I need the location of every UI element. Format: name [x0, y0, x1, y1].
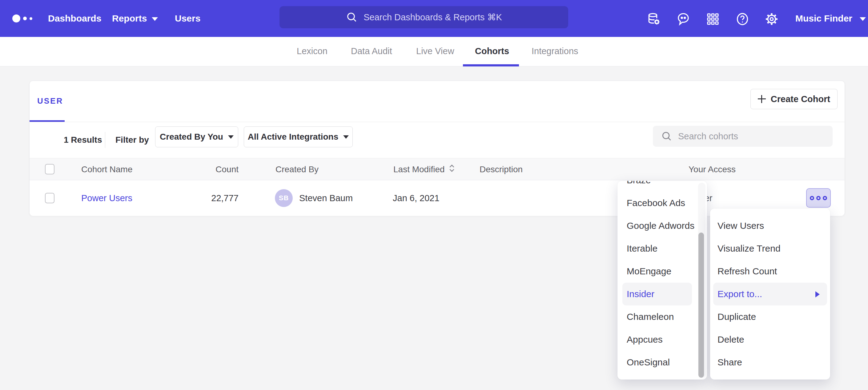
export-to-label: Export to...: [717, 289, 762, 299]
mixpanel-logo[interactable]: [12, 0, 32, 37]
filter-by-label: Filter by: [116, 135, 149, 145]
secondary-navigation: Lexicon Data Audit Live View Cohorts Int…: [0, 37, 868, 66]
tab-live-view[interactable]: Live View: [416, 37, 454, 66]
plus-icon: [758, 95, 766, 103]
divider: [30, 122, 845, 122]
created-by-filter-value: Created By You: [160, 132, 223, 142]
logo-dot-large: [12, 14, 20, 23]
last-modified-date: Jan 6, 2021: [393, 180, 439, 216]
menu-item-delete[interactable]: Delete: [710, 328, 830, 351]
chevron-down-icon: [343, 135, 349, 139]
menu-item-refresh-count[interactable]: Refresh Count: [710, 260, 830, 283]
column-last-modified-label: Last Modified: [393, 165, 445, 174]
column-last-modified[interactable]: Last Modified: [393, 158, 455, 181]
tab-data-audit[interactable]: Data Audit: [351, 37, 392, 66]
search-icon: [661, 130, 673, 142]
menu-item-share[interactable]: Share: [710, 351, 830, 374]
nav-reports[interactable]: Reports: [112, 0, 158, 37]
data-management-icon[interactable]: [646, 12, 661, 27]
apps-grid-icon[interactable]: [706, 12, 720, 27]
cohorts-panel: USER Create Cohort 1 Results Filter by C…: [29, 80, 845, 216]
nav-dashboards[interactable]: Dashboards: [48, 0, 101, 37]
row-more-actions-button[interactable]: [806, 188, 831, 207]
more-dot-icon: [823, 196, 827, 200]
avatar: SB: [275, 189, 293, 207]
cohort-search-field: [653, 126, 833, 147]
column-description[interactable]: Description: [479, 158, 523, 181]
nav-users[interactable]: Users: [175, 0, 200, 37]
column-created-by[interactable]: Created By: [276, 158, 318, 181]
export-target-list: Braze Facebook Ads Google Adwords Iterab…: [617, 181, 707, 374]
menu-item-facebook-ads[interactable]: Facebook Ads: [617, 192, 707, 215]
divider: [105, 132, 105, 148]
tab-lexicon[interactable]: Lexicon: [297, 37, 328, 66]
created-by-name: Steven Baum: [299, 180, 353, 216]
menu-item-google-adwords[interactable]: Google Adwords: [617, 215, 707, 237]
nav-dashboards-label: Dashboards: [48, 13, 101, 23]
logo-dot-small: [30, 17, 32, 20]
sort-icon[interactable]: [448, 159, 455, 181]
menu-item-braze[interactable]: Braze: [617, 181, 707, 192]
more-dot-icon: [816, 196, 820, 200]
chevron-down-icon: [860, 17, 866, 21]
table-header-row: Cohort Name Count Created By Last Modifi…: [30, 158, 845, 180]
feedback-icon[interactable]: [676, 12, 691, 27]
menu-item-appcues[interactable]: Appcues: [617, 328, 707, 351]
menu-item-iterable[interactable]: Iterable: [617, 237, 707, 260]
tab-integrations[interactable]: Integrations: [532, 37, 578, 66]
global-search-placeholder: Search Dashboards & Reports ⌘K: [364, 12, 502, 23]
menu-item-export-to[interactable]: Export to...: [713, 283, 827, 305]
project-name: Music Finder: [795, 13, 852, 23]
global-search-input[interactable]: Search Dashboards & Reports ⌘K: [279, 6, 568, 28]
select-all-checkbox[interactable]: [45, 164, 55, 174]
menu-item-onesignal[interactable]: OneSignal: [617, 351, 707, 374]
help-icon[interactable]: [735, 12, 750, 27]
menu-item-view-users[interactable]: View Users: [710, 215, 830, 237]
menu-item-chameleon[interactable]: Chameleon: [617, 305, 707, 328]
integrations-filter-dropdown[interactable]: All Active Integrations: [244, 126, 353, 147]
search-icon: [346, 11, 358, 23]
column-cohort-name[interactable]: Cohort Name: [81, 158, 133, 181]
top-navigation-bar: Dashboards Reports Users Search Dashboar…: [0, 0, 868, 37]
more-dot-icon: [810, 196, 814, 200]
project-switcher[interactable]: Music Finder: [795, 0, 866, 37]
results-count: 1 Results: [64, 135, 102, 145]
row-checkbox[interactable]: [45, 193, 55, 203]
tab-user-cohorts[interactable]: USER: [37, 96, 63, 106]
export-to-submenu: Braze Facebook Ads Google Adwords Iterab…: [617, 181, 707, 380]
menu-item-visualize-trend[interactable]: Visualize Trend: [710, 237, 830, 260]
menu-item-moengage[interactable]: MoEngage: [617, 260, 707, 283]
scrollbar-thumb[interactable]: [699, 232, 704, 378]
settings-gear-icon[interactable]: [764, 12, 779, 27]
create-cohort-label: Create Cohort: [771, 94, 830, 104]
nav-users-label: Users: [175, 13, 200, 23]
menu-item-insider[interactable]: Insider: [622, 283, 692, 305]
menu-item-duplicate[interactable]: Duplicate: [710, 305, 830, 328]
chevron-down-icon: [228, 135, 234, 139]
active-tab-underline: [463, 64, 519, 66]
tab-cohorts[interactable]: Cohorts: [475, 37, 509, 66]
submenu-arrow-icon: [815, 291, 820, 297]
row-actions-list: View Users Visualize Trend Refresh Count…: [710, 215, 830, 374]
column-count[interactable]: Count: [190, 158, 239, 181]
create-cohort-button[interactable]: Create Cohort: [750, 89, 838, 109]
cohort-name-link[interactable]: Power Users: [81, 180, 132, 216]
logo-dot-medium: [23, 17, 27, 20]
cohort-search-input[interactable]: [678, 131, 813, 141]
created-by-filter-dropdown[interactable]: Created By You: [155, 126, 238, 147]
nav-reports-label: Reports: [112, 13, 147, 23]
chevron-down-icon: [152, 17, 158, 21]
cohort-count: 22,777: [190, 180, 239, 216]
integrations-filter-value: All Active Integrations: [248, 132, 339, 142]
row-actions-menu: View Users Visualize Trend Refresh Count…: [710, 208, 830, 380]
column-your-access[interactable]: Your Access: [688, 158, 736, 181]
